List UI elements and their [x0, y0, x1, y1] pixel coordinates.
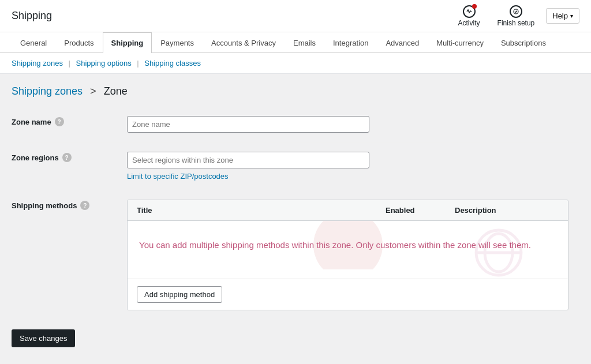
zone-name-input-cell	[127, 116, 579, 133]
tab-advanced[interactable]: Advanced	[377, 32, 428, 53]
methods-empty-area: You can add multiple shipping methods wi…	[128, 221, 568, 279]
activity-icon	[463, 5, 476, 18]
zone-regions-row: Zone regions ? Limit to specific ZIP/pos…	[12, 142, 579, 190]
tab-emails[interactable]: Emails	[285, 32, 324, 53]
shipping-methods-help-icon[interactable]: ?	[80, 201, 89, 210]
methods-footer: Add shipping method	[128, 279, 568, 310]
page-title: Shipping	[12, 10, 52, 22]
shipping-methods-input-cell: Title Enabled Description You can add mu…	[127, 200, 579, 310]
zone-regions-help-icon[interactable]: ?	[62, 153, 72, 162]
save-section: Save changes	[12, 320, 579, 347]
tab-payments[interactable]: Payments	[152, 32, 203, 53]
tab-multi-currency[interactable]: Multi-currency	[428, 32, 492, 53]
breadcrumb: Shipping zones > Zone	[12, 85, 579, 97]
tab-integration[interactable]: Integration	[324, 32, 377, 53]
subnav-shipping-options[interactable]: Shipping options	[76, 59, 132, 67]
wc-watermark	[464, 227, 533, 279]
breadcrumb-current: Zone	[104, 85, 128, 97]
zone-regions-input[interactable]	[127, 152, 369, 168]
methods-col-title: Title	[137, 206, 386, 215]
subnav-separator-2: |	[137, 59, 139, 67]
add-shipping-method-button[interactable]: Add shipping method	[137, 286, 222, 303]
finish-setup-icon	[510, 5, 522, 18]
save-changes-button[interactable]: Save changes	[12, 329, 75, 347]
zone-name-label: Zone name ?	[12, 116, 127, 126]
tab-subscriptions[interactable]: Subscriptions	[492, 32, 555, 53]
page-content: Shipping zones > Zone Zone name ? Zone r…	[0, 74, 591, 359]
breadcrumb-separator: >	[90, 85, 96, 97]
methods-table: Title Enabled Description You can add mu…	[127, 200, 568, 310]
subnav-separator-1: |	[69, 59, 70, 67]
tab-general[interactable]: General	[12, 32, 55, 53]
top-bar-actions: Activity Finish setup Help ▾	[452, 2, 579, 31]
zip-postcodes-link[interactable]: Limit to specific ZIP/postcodes	[127, 172, 579, 181]
tab-accounts-privacy[interactable]: Accounts & Privacy	[203, 32, 285, 53]
methods-col-description: Description	[455, 206, 559, 215]
breadcrumb-parent[interactable]: Shipping zones	[12, 85, 83, 97]
main-tabs: General Products Shipping Payments Accou…	[0, 32, 591, 53]
chevron-down-icon: ▾	[570, 13, 573, 19]
activity-button[interactable]: Activity	[452, 2, 486, 31]
shipping-methods-row: Shipping methods ? Title Enabled Descrip…	[12, 190, 579, 320]
help-button[interactable]: Help ▾	[546, 8, 579, 24]
subnav-shipping-zones[interactable]: Shipping zones	[12, 59, 63, 67]
finish-setup-button[interactable]: Finish setup	[492, 2, 541, 31]
subnav-shipping-classes[interactable]: Shipping classes	[144, 59, 201, 67]
zone-regions-input-cell: Limit to specific ZIP/postcodes	[127, 152, 579, 181]
methods-col-enabled: Enabled	[386, 206, 455, 215]
zone-name-row: Zone name ?	[12, 107, 579, 142]
shipping-methods-label: Shipping methods ?	[12, 200, 127, 210]
tab-shipping[interactable]: Shipping	[103, 32, 152, 53]
top-bar: Shipping Activity Finish setup Help ▾	[0, 0, 591, 32]
zone-name-input[interactable]	[127, 116, 369, 133]
zone-name-help-icon[interactable]: ?	[55, 117, 64, 126]
tab-products[interactable]: Products	[55, 32, 102, 53]
zone-regions-label: Zone regions ?	[12, 152, 127, 162]
sub-nav: Shipping zones | Shipping options | Ship…	[0, 53, 591, 74]
methods-table-header: Title Enabled Description	[128, 200, 568, 221]
